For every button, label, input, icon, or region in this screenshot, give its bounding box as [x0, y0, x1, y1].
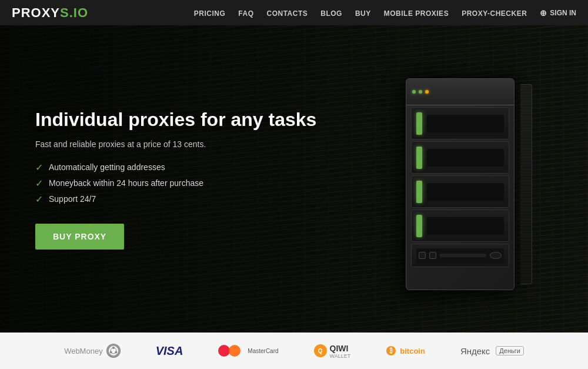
svg-point-2 — [112, 347, 115, 349]
payment-visa: VISA — [156, 344, 183, 358]
mastercard-red-circle — [218, 345, 230, 357]
feature-item-1: ✓ Automatically getting addresses — [35, 162, 316, 173]
signin-icon: ⊕ — [540, 8, 547, 18]
server-slot-1 — [411, 107, 509, 139]
svg-text:₿: ₿ — [389, 347, 393, 354]
nav-item-pricing[interactable]: PRICING — [194, 8, 226, 18]
server-slot-details-2 — [427, 149, 504, 167]
hero-features-list: ✓ Automatically getting addresses ✓ Mone… — [35, 162, 316, 205]
bitcoin-label: bitcoin — [400, 347, 425, 355]
qiwi-label: QIWI — [330, 344, 349, 353]
nav-links: PRICING FAQ CONTACTS BLOG BUY MOBILE PRO… — [194, 8, 576, 18]
hero-content: Individual proxies for any tasks Fast an… — [0, 25, 588, 333]
server-slot-bar-1 — [416, 112, 422, 135]
server-led-1 — [412, 90, 416, 94]
buy-proxy-button[interactable]: BUY PROXY — [35, 224, 124, 250]
server-slot-3 — [411, 175, 509, 208]
mastercard-label: MasterCard — [248, 348, 278, 354]
server-slot-bar-4 — [416, 215, 422, 237]
yandex-label: Яндекс — [460, 346, 490, 356]
server-unit — [406, 78, 523, 314]
server-slot-4 — [411, 210, 509, 242]
server-illustration — [382, 67, 570, 325]
server-side-pattern — [520, 85, 532, 284]
server-slot-2 — [411, 141, 509, 174]
server-slot-5 — [411, 244, 509, 267]
server-top-panel — [406, 79, 514, 105]
webmoney-label: WebMoney — [64, 347, 103, 355]
mastercard-orange-circle — [229, 345, 240, 357]
nav-item-mobile-proxies[interactable]: MOBILE PROXIES — [384, 8, 449, 18]
check-icon-1: ✓ — [35, 162, 43, 173]
yandex-money-badge: Деньги — [496, 346, 524, 355]
hero-section: Individual proxies for any tasks Fast an… — [0, 0, 588, 333]
svg-point-3 — [115, 351, 117, 354]
server-slot-details-1 — [427, 115, 504, 132]
payments-bar: WebMoney VISA MasterCard Q QIWI WALLET — [0, 333, 588, 369]
server-slot-details-3 — [427, 183, 504, 201]
hero-text-block: Individual proxies for any tasks Fast an… — [35, 108, 316, 249]
qiwi-sublabel: WALLET — [330, 354, 351, 359]
logo[interactable]: PROXYS.IO — [12, 5, 88, 21]
qiwi-icon: Q — [314, 344, 327, 357]
server-led-3 — [425, 90, 429, 94]
webmoney-icon — [106, 344, 121, 358]
payment-bitcoin: ₿ bitcoin — [386, 345, 425, 356]
nav-item-proxy-checker[interactable]: PROXY-CHECKER — [462, 8, 527, 18]
visa-label: VISA — [156, 344, 183, 358]
feature-item-3: ✓ Support 24/7 — [35, 194, 316, 205]
feature-item-2: ✓ Moneyback within 24 hours after purcha… — [35, 178, 316, 189]
qiwi-text-block: QIWI WALLET — [330, 343, 351, 359]
server-side-panel — [520, 84, 532, 284]
hero-subtitle: Fast and reliable proxies at a price of … — [35, 139, 316, 149]
navbar: PROXYS.IO PRICING FAQ CONTACTS BLOG BUY … — [0, 0, 588, 25]
nav-item-faq[interactable]: FAQ — [238, 8, 253, 18]
payment-mastercard: MasterCard — [218, 345, 278, 357]
svg-point-4 — [109, 351, 112, 354]
payment-qiwi: Q QIWI WALLET — [314, 343, 351, 359]
payment-webmoney: WebMoney — [64, 344, 121, 358]
logo-text: PROXYS.IO — [12, 5, 88, 21]
payment-yandex: Яндекс Деньги — [460, 346, 524, 356]
server-led-2 — [419, 90, 422, 94]
server-slot-bar-2 — [416, 147, 422, 169]
check-icon-3: ✓ — [35, 194, 43, 205]
server-slot-details-4 — [427, 217, 504, 235]
server-body — [406, 78, 514, 290]
server-slot-bar-3 — [416, 181, 422, 203]
nav-item-buy[interactable]: BUY — [355, 8, 371, 18]
nav-item-signin[interactable]: ⊕ SIGN IN — [540, 8, 576, 18]
check-icon-2: ✓ — [35, 178, 43, 189]
hero-title: Individual proxies for any tasks — [35, 108, 316, 131]
nav-item-blog[interactable]: BLOG — [320, 8, 342, 18]
bitcoin-icon: ₿ — [386, 345, 396, 356]
nav-item-contacts[interactable]: CONTACTS — [266, 8, 308, 18]
